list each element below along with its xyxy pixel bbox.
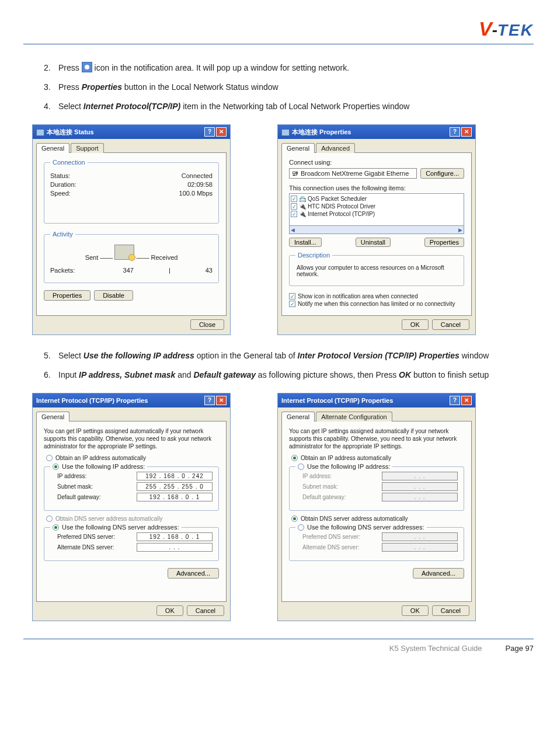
content: 2. Press icon in the notification area. …: [23, 62, 534, 621]
checkbox-icon[interactable]: ✓: [289, 293, 295, 299]
instruction-list-cont: 5. Select Use the following IP address o…: [29, 350, 528, 381]
install-button[interactable]: Install...: [289, 238, 322, 247]
tab-advanced[interactable]: Advanced: [316, 143, 355, 153]
gateway-input[interactable]: 192 . 168 . 0 . 1: [137, 493, 213, 501]
subnet-label: Subnet mask:: [302, 483, 338, 490]
header-rule: [23, 44, 534, 44]
pref-dns-input: . . .: [382, 532, 458, 541]
list-item: ✓📇QoS Packet Scheduler: [291, 195, 462, 203]
alt-dns-label: Alternate DNS server:: [302, 544, 359, 551]
description-text: Allows your computer to access resources…: [295, 263, 458, 278]
close-icon[interactable]: ✕: [461, 127, 472, 137]
duration-label: Duration:: [50, 181, 76, 188]
packets-label: Packets:: [50, 267, 75, 274]
ip-label: IP address:: [302, 473, 332, 479]
cancel-button[interactable]: Cancel: [432, 319, 469, 330]
list-item: ✓🔌HTC NDIS Protocol Driver: [291, 203, 462, 210]
group-activity: Activity Sent —— —— Received Packets:347…: [44, 231, 219, 283]
tab-support[interactable]: Support: [71, 143, 104, 153]
advanced-button[interactable]: Advanced...: [168, 568, 219, 579]
adapter-icon: 🖳: [292, 170, 298, 177]
advanced-button[interactable]: Advanced...: [413, 568, 464, 579]
notify-label: Notify me when this connection has limit…: [298, 301, 455, 307]
tab-general[interactable]: General: [36, 143, 69, 153]
titlebar: 本地连接 Status ?✕: [33, 125, 230, 139]
help-icon[interactable]: ?: [204, 396, 215, 405]
ip-input: . . .: [382, 472, 458, 480]
close-icon[interactable]: ✕: [216, 396, 227, 405]
connection-icon: [36, 129, 44, 136]
close-button[interactable]: Close: [190, 319, 224, 330]
subnet-input[interactable]: 255 . 255 . 255 . 0: [137, 482, 213, 491]
radio-auto-ip[interactable]: [291, 455, 298, 461]
radio-auto-ip[interactable]: [46, 455, 53, 461]
screenshot-row-2: Internet Protocol (TCP/IP) Properties ?✕…: [32, 393, 528, 621]
checkbox-icon[interactable]: ✓: [291, 196, 297, 202]
window-title: Internet Protocol (TCP/IP) Properties: [281, 397, 393, 404]
screenshot-row-1: 本地连接 Status ?✕ General Support Connectio…: [32, 124, 528, 335]
window-tcpip-filled: Internet Protocol (TCP/IP) Properties ?✕…: [32, 393, 231, 621]
window-tcpip-auto: Internet Protocol (TCP/IP) Properties ?✕…: [277, 393, 476, 621]
help-text: You can get IP settings assigned automat…: [289, 427, 464, 450]
radio-static-dns[interactable]: [53, 524, 59, 531]
ok-button[interactable]: OK: [402, 605, 429, 616]
configure-button[interactable]: Configure...: [420, 168, 464, 179]
checkbox-icon[interactable]: ✓: [291, 203, 297, 210]
tab-general[interactable]: General: [281, 412, 315, 421]
page-footer: K5 System Technical Guide Page 97: [23, 644, 534, 653]
adapter-name: Broadcom NetXtreme Gigabit Etherne: [301, 170, 409, 177]
network-tray-icon: [82, 62, 92, 72]
tab-alternate[interactable]: Alternate Configuration: [316, 412, 392, 421]
footer-rule: [23, 639, 534, 639]
radio-static-ip[interactable]: [53, 464, 59, 470]
step-4: 4. Select Internet Protocol(TCP/IP) item…: [44, 100, 528, 113]
help-icon[interactable]: ?: [450, 127, 460, 137]
help-icon[interactable]: ?: [204, 127, 215, 137]
ip-input[interactable]: 192 . 168 . 0 . 242: [137, 472, 213, 480]
sent-label: Sent: [85, 254, 99, 261]
status-value: Connected: [182, 172, 213, 179]
radio-static-dns[interactable]: [298, 524, 304, 531]
group-static-dns: Use the following DNS server addresses: …: [44, 524, 219, 561]
uninstall-button[interactable]: Uninstall: [356, 238, 391, 247]
checkbox-icon[interactable]: ✓: [289, 301, 295, 307]
cancel-button[interactable]: Cancel: [187, 605, 224, 616]
help-text: You can get IP settings assigned automat…: [44, 427, 219, 450]
ok-button[interactable]: OK: [156, 605, 183, 616]
titlebar: Internet Protocol (TCP/IP) Properties ?✕: [33, 393, 230, 407]
window-title: 本地连接 Status: [47, 128, 94, 137]
radio-auto-dns[interactable]: [291, 515, 298, 522]
ok-button[interactable]: OK: [402, 319, 429, 330]
scrollbar[interactable]: ◀▶: [289, 225, 464, 234]
group-connection: Connection Status:Connected Duration:02:…: [44, 159, 219, 224]
radio-static-ip[interactable]: [298, 464, 304, 470]
alt-dns-input[interactable]: . . .: [137, 543, 213, 552]
titlebar: 本地连接 Properties ?✕: [278, 125, 475, 139]
tab-general[interactable]: General: [36, 412, 69, 421]
step-6: 6. Input IP address, Subnet mask and Def…: [44, 369, 528, 381]
pref-dns-label: Preferred DNS server:: [302, 534, 360, 540]
titlebar: Internet Protocol (TCP/IP) Properties ?✕: [278, 393, 475, 407]
protocol-list[interactable]: ✓📇QoS Packet Scheduler ✓🔌HTC NDIS Protoc…: [289, 193, 464, 226]
window-title: 本地连接 Properties: [292, 128, 351, 137]
step-3: 3. Press Properties button in the Local …: [44, 81, 528, 93]
help-icon[interactable]: ?: [450, 396, 460, 405]
pref-dns-label: Preferred DNS server:: [57, 534, 115, 540]
disable-button[interactable]: Disable: [94, 290, 133, 301]
tab-general[interactable]: General: [281, 143, 315, 153]
close-icon[interactable]: ✕: [216, 127, 227, 137]
pref-dns-input[interactable]: 192 . 168 . 0 . 1: [137, 532, 213, 541]
list-item: ✓🔌Internet Protocol (TCP/IP): [291, 210, 462, 218]
group-static-dns: Use the following DNS server addresses: …: [289, 524, 464, 561]
checkbox-icon[interactable]: ✓: [291, 211, 297, 217]
group-description: Description Allows your computer to acce…: [289, 252, 464, 286]
uses-label: This connection uses the following items…: [289, 184, 464, 191]
status-label: Status:: [50, 172, 70, 179]
cancel-button[interactable]: Cancel: [432, 605, 469, 616]
properties-button[interactable]: Properties: [44, 290, 90, 301]
close-icon[interactable]: ✕: [461, 396, 472, 405]
gateway-label: Default gateway:: [302, 494, 346, 500]
gateway-label: Default gateway:: [57, 494, 101, 500]
window-properties: 本地连接 Properties ?✕ General Advanced Conn…: [277, 124, 476, 335]
properties-button[interactable]: Properties: [424, 238, 464, 247]
